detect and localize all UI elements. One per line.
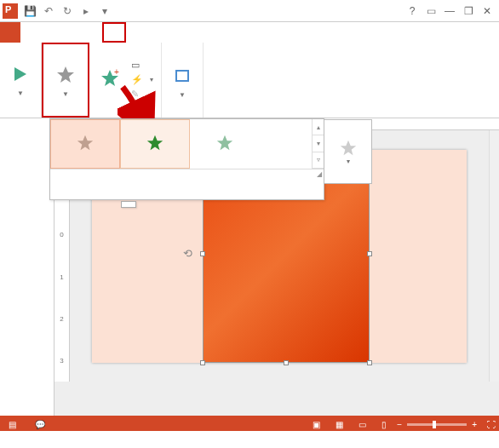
svg-text:+: + — [114, 68, 119, 77]
chevron-down-icon: ▼ — [179, 91, 186, 99]
comments-toggle[interactable]: 💬 — [30, 420, 54, 429]
resize-handle[interactable] — [367, 251, 372, 256]
effect-options-icon — [339, 139, 358, 158]
help-icon[interactable]: ? — [403, 2, 422, 20]
view-sorter-icon[interactable]: ▦ — [330, 420, 348, 429]
watermark — [0, 431, 499, 448]
undo-icon[interactable]: ↶ — [41, 3, 56, 19]
rotate-handle-icon[interactable]: ⟲ — [183, 247, 192, 260]
ruler-tick: 3 — [60, 357, 63, 365]
start-from-beginning-icon[interactable]: ▸ — [78, 3, 94, 19]
comments-icon: 💬 — [35, 420, 45, 429]
resize-handle[interactable] — [200, 251, 205, 256]
animation-painter-button[interactable]: ✎ — [129, 88, 156, 101]
zoom-slider[interactable] — [407, 423, 467, 426]
restore-icon[interactable]: ❐ — [459, 2, 478, 20]
timing-icon — [170, 64, 194, 88]
ruler-tick: 2 — [60, 315, 63, 323]
tab-transitions[interactable] — [82, 22, 102, 43]
tab-file[interactable] — [0, 22, 20, 43]
gallery-item-fade[interactable] — [190, 119, 260, 169]
tab-design[interactable] — [61, 22, 82, 43]
svg-marker-0 — [14, 67, 26, 81]
group-advanced-animation: + ▭ ⚡ ▾ ✎ — [89, 43, 162, 118]
trigger-button[interactable]: ⚡ ▾ — [129, 73, 156, 86]
ruler-tick: 0 — [60, 231, 63, 238]
zoom-out-icon[interactable]: − — [397, 420, 402, 429]
tab-insert[interactable] — [41, 22, 61, 43]
tooltip-appear — [121, 201, 136, 208]
slide-thumbnails-panel[interactable] — [0, 118, 54, 416]
animation-star-icon — [54, 63, 77, 87]
painter-icon: ✎ — [131, 89, 139, 100]
preview-icon — [9, 62, 32, 86]
save-icon[interactable]: 💾 — [22, 3, 37, 19]
notes-toggle[interactable]: ▤ — [3, 420, 25, 429]
view-reading-icon[interactable]: ▭ — [353, 420, 371, 429]
animation-gallery-dropdown: ▴ ▾ ▿ ◢ ▾ — [49, 118, 324, 200]
svg-marker-1 — [57, 66, 74, 83]
group-animation-gallery: ▼ — [42, 43, 89, 118]
chevron-down-icon: ▼ — [62, 90, 69, 98]
animation-gallery-button[interactable]: ▼ — [50, 61, 81, 100]
add-animation-button[interactable]: + — [95, 65, 125, 94]
chevron-down-icon: ▾ — [150, 76, 153, 83]
vertical-scrollbar[interactable] — [489, 130, 499, 382]
gallery-item-appear[interactable] — [120, 119, 190, 169]
gallery-group-label: ◢ — [50, 169, 324, 184]
dialog-launcher-icon[interactable]: ◢ — [317, 167, 322, 182]
chevron-down-icon: ▾ — [347, 158, 350, 165]
svg-marker-5 — [77, 135, 93, 149]
timing-button[interactable]: ▼ — [167, 62, 198, 101]
svg-rect-4 — [176, 71, 188, 81]
ribbon-content: ▼ ▼ + ▭ — [0, 43, 499, 118]
ruler-tick: 1 — [60, 273, 63, 281]
svg-marker-7 — [217, 135, 232, 149]
scroll-up-icon[interactable]: ▴ — [313, 119, 324, 135]
fade-star-icon — [215, 134, 234, 152]
add-animation-icon: + — [98, 66, 122, 90]
svg-marker-8 — [340, 140, 355, 154]
chevron-down-icon: ▼ — [17, 89, 24, 97]
close-icon[interactable]: ✕ — [478, 2, 496, 20]
notes-icon: ▤ — [9, 420, 16, 429]
app-icon — [3, 3, 18, 19]
tab-slideshow[interactable] — [126, 22, 146, 43]
view-slideshow-icon[interactable]: ▯ — [376, 420, 392, 429]
trigger-icon: ⚡ — [131, 74, 143, 85]
resize-handle[interactable] — [284, 360, 289, 365]
redo-icon[interactable]: ↻ — [60, 3, 75, 19]
minimize-icon[interactable]: — — [440, 2, 459, 20]
group-timing: ▼ — [162, 43, 204, 118]
scroll-down-icon[interactable]: ▾ — [313, 135, 324, 152]
animation-pane-button[interactable]: ▭ — [129, 59, 156, 72]
none-star-icon — [76, 134, 95, 152]
group-preview: ▼ — [0, 43, 42, 118]
ribbon-display-icon[interactable]: ▭ — [422, 2, 440, 20]
status-bar: ▤ 💬 ▣ ▦ ▭ ▯ − + ⛶ — [0, 416, 499, 433]
gallery-item-none[interactable] — [50, 119, 120, 169]
fit-to-window-icon[interactable]: ⛶ — [487, 420, 496, 429]
animation-pane-icon: ▭ — [131, 60, 140, 71]
effect-options-button: ▾ — [324, 119, 372, 184]
qat-customize-icon[interactable]: ▾ — [97, 3, 112, 19]
appear-star-icon — [146, 134, 164, 152]
ribbon-tabs — [0, 22, 499, 43]
view-normal-icon[interactable]: ▣ — [307, 420, 325, 429]
tab-animations[interactable] — [102, 22, 126, 43]
gallery-scroll[interactable]: ▴ ▾ ▿ — [312, 119, 324, 169]
svg-marker-6 — [147, 135, 163, 149]
title-bar: 💾 ↶ ↻ ▸ ▾ ? ▭ — ❐ ✕ — [0, 0, 499, 22]
tab-home[interactable] — [20, 22, 41, 43]
resize-handle[interactable] — [200, 360, 205, 365]
preview-button[interactable]: ▼ — [5, 60, 36, 99]
resize-handle[interactable] — [367, 360, 372, 365]
zoom-in-icon[interactable]: + — [472, 420, 477, 429]
